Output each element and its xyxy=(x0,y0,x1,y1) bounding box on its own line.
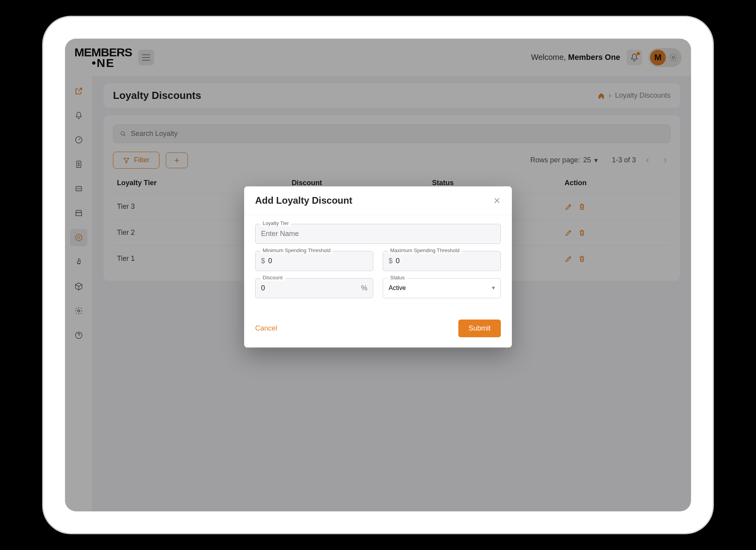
status-value: Active xyxy=(389,284,406,292)
field-min-threshold: Minimum Spending Threshold $ xyxy=(255,251,373,271)
app-screen: MEMBERS •NE Welcome, Members One M xyxy=(65,39,691,511)
input-max-threshold[interactable] xyxy=(396,257,495,265)
close-icon xyxy=(493,197,501,204)
prefix-dollar: $ xyxy=(389,257,393,265)
label-min-threshold: Minimum Spending Threshold xyxy=(260,247,333,253)
dropdown-icon: ▾ xyxy=(492,284,495,292)
prefix-dollar: $ xyxy=(261,257,265,265)
field-max-threshold: Maximum Spending Threshold $ xyxy=(383,251,501,271)
suffix-percent: % xyxy=(361,284,367,292)
label-status: Status xyxy=(388,275,407,281)
modal-header: Add Loyalty Discount xyxy=(244,186,512,215)
modal-body: Loyalty Tier Minimum Spending Threshold … xyxy=(244,215,512,314)
input-loyalty-tier[interactable] xyxy=(261,230,495,238)
submit-button[interactable]: Submit xyxy=(458,320,501,337)
input-discount[interactable] xyxy=(261,284,358,292)
field-loyalty-tier: Loyalty Tier xyxy=(255,224,501,244)
label-discount: Discount xyxy=(260,275,285,281)
add-loyalty-modal: Add Loyalty Discount Loyalty Tier Minimu… xyxy=(244,186,512,347)
field-discount: Discount % xyxy=(255,278,373,298)
select-status[interactable]: Active ▾ xyxy=(389,284,495,292)
field-status: Status Active ▾ xyxy=(383,278,501,298)
label-max-threshold: Maximum Spending Threshold xyxy=(388,247,462,253)
tablet-frame: MEMBERS •NE Welcome, Members One M xyxy=(43,17,713,533)
modal-close-button[interactable] xyxy=(493,197,501,204)
label-loyalty-tier: Loyalty Tier xyxy=(260,220,291,226)
modal-title: Add Loyalty Discount xyxy=(255,195,352,206)
modal-footer: Cancel Submit xyxy=(244,314,512,347)
cancel-button[interactable]: Cancel xyxy=(255,324,277,333)
input-min-threshold[interactable] xyxy=(268,257,367,265)
